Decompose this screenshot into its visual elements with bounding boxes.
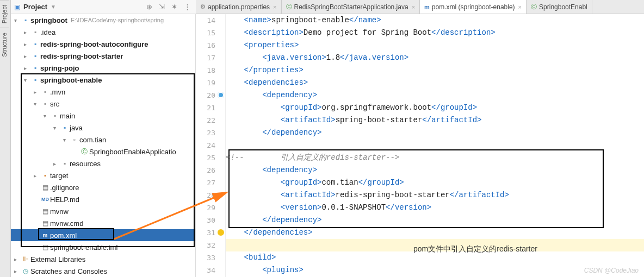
side-tab-project[interactable]: Project: [0, 0, 9, 28]
tree-label: src: [50, 100, 59, 108]
warning-icon[interactable]: [218, 229, 224, 236]
tree-label: SpringbootEnableApplicatio: [89, 148, 176, 156]
library-icon: ⊪: [21, 255, 30, 263]
chevron-right-icon[interactable]: ▸: [53, 161, 60, 167]
tree-item-mvn[interactable]: ▸ ▪ .mvn: [11, 86, 195, 98]
maven-icon: m: [424, 4, 430, 10]
close-icon[interactable]: ×: [518, 4, 522, 10]
tree-item-class[interactable]: Ⓒ SpringbootEnableApplicatio: [11, 146, 195, 158]
gutter-line[interactable]: 27: [196, 177, 225, 189]
gutter-line[interactable]: 17: [196, 52, 225, 64]
gutter-line[interactable]: 32: [196, 239, 225, 251]
gutter-line[interactable]: 16: [196, 39, 225, 52]
gutter-line[interactable]: 33: [196, 251, 225, 264]
folder-icon: ▪: [40, 88, 50, 96]
gutter-line[interactable]: 34: [196, 264, 225, 276]
gutter-line[interactable]: 21: [196, 102, 225, 114]
editor-pane: 14 15 16 17 18 19 20 21 22 23 24 25 26 2…: [196, 14, 644, 277]
gutter-line[interactable]: 29: [196, 202, 225, 214]
chevron-right-icon[interactable]: ▸: [24, 29, 30, 35]
properties-icon: ⚙: [200, 3, 206, 10]
gutter-line[interactable]: 26: [196, 164, 225, 177]
tree-label: redis-spring-boot-starter: [40, 52, 123, 60]
tree-item-java[interactable]: ▾ ▪ java: [11, 122, 195, 134]
tab-label: application.properties: [208, 3, 270, 11]
tree-item-idea[interactable]: ▸ ▪ .idea: [11, 26, 195, 38]
project-tree[interactable]: ▾ ▪ springboot E:\IDEACode\my-springboot…: [11, 14, 196, 277]
tree-label: mvnw: [50, 207, 69, 216]
tree-item-module[interactable]: ▸ ▪ redis-spring-boot-starter: [11, 50, 195, 62]
close-icon[interactable]: ×: [273, 4, 276, 10]
gutter-line[interactable]: 24: [196, 139, 225, 152]
collapse-icon[interactable]: ✶: [170, 3, 179, 11]
gutter-mark-icon[interactable]: [218, 92, 224, 98]
gutter-line[interactable]: 22: [196, 114, 225, 127]
tree-item-file[interactable]: MD HELP.md: [11, 193, 195, 205]
chevron-down-icon[interactable]: ▾: [24, 77, 30, 83]
side-tab-structure[interactable]: Structure: [0, 28, 9, 61]
chevron-right-icon[interactable]: ▸: [14, 256, 21, 262]
editor-tab[interactable]: Ⓒ SpringbootEnabl: [527, 0, 592, 14]
chevron-right-icon[interactable]: ▸: [14, 268, 21, 274]
tree-item-file[interactable]: ▤ .gitignore: [11, 181, 195, 193]
gutter-line[interactable]: 28: [196, 189, 225, 202]
tree-item-file[interactable]: ▤ springboot-enable.iml: [11, 241, 195, 253]
chevron-down-icon[interactable]: ▾: [14, 17, 21, 23]
tree-root[interactable]: ▾ ▪ springboot E:\IDEACode\my-springboot…: [11, 14, 195, 26]
tree-item-module[interactable]: ▾ ▪ springboot-enable: [11, 74, 195, 86]
maven-icon: m: [40, 232, 50, 238]
module-icon: ▪: [30, 40, 40, 48]
tree-item-main[interactable]: ▾ ▪ main: [11, 110, 195, 122]
watermark: CSDN @CodeJiao: [584, 267, 639, 274]
tree-item-target[interactable]: ▸ ▪ target: [11, 169, 195, 181]
tree-label: HELP.md: [50, 196, 79, 204]
editor-tab[interactable]: Ⓒ RedisSpringBootStarterApplication.java…: [282, 0, 420, 14]
gutter-line[interactable]: 18: [196, 64, 225, 77]
gutter-line[interactable]: 20: [196, 89, 225, 102]
tree-item-file[interactable]: ▤ mvnw.cmd: [11, 217, 195, 229]
gutter-line[interactable]: 14: [196, 14, 225, 27]
tree-item-src[interactable]: ▾ ▪ src: [11, 98, 195, 110]
gutter-line[interactable]: 15: [196, 27, 225, 39]
chevron-down-icon[interactable]: ▾: [53, 125, 60, 131]
locate-icon[interactable]: ⊕: [145, 3, 154, 11]
tree-item-pom[interactable]: m pom.xml: [11, 229, 195, 241]
side-tool-window-bar: Project Structure: [0, 0, 11, 277]
chevron-right-icon[interactable]: ▸: [34, 173, 40, 179]
chevron-right-icon[interactable]: ▸: [34, 89, 40, 95]
gutter-line[interactable]: 31: [196, 226, 225, 239]
gutter-line[interactable]: 30: [196, 214, 225, 226]
tree-item-package[interactable]: ▾ ▫ com.tian: [11, 134, 195, 146]
settings-icon[interactable]: ⋮: [182, 3, 193, 11]
tree-label: com.tian: [79, 136, 106, 144]
code-area[interactable]: <name>springboot-enable</name> <descript…: [226, 14, 644, 277]
chevron-down-icon[interactable]: ▼: [51, 4, 56, 10]
expand-icon[interactable]: ⇲: [157, 3, 166, 11]
gutter-line[interactable]: 19: [196, 77, 225, 89]
editor-tab[interactable]: ⚙ application.properties ×: [196, 0, 282, 14]
tree-item-file[interactable]: ▤ mvnw: [11, 205, 195, 217]
tree-item-module[interactable]: ▸ ▪ redis-spring-boot-autoconfigure: [11, 38, 195, 50]
chevron-right-icon[interactable]: ▸: [24, 65, 30, 71]
class-icon: Ⓒ: [79, 147, 89, 156]
close-icon[interactable]: ×: [412, 4, 415, 10]
source-folder-icon: ▪: [60, 124, 70, 131]
gutter-line[interactable]: 25: [196, 152, 225, 164]
project-icon: ▣: [14, 3, 20, 11]
tree-item-external-libs[interactable]: ▸ ⊪ External Libraries: [11, 253, 195, 265]
tree-item-module[interactable]: ▸ ▪ spring-pojo: [11, 62, 195, 74]
gutter[interactable]: 14 15 16 17 18 19 20 21 22 23 24 25 26 2…: [196, 14, 226, 277]
module-icon: ▪: [30, 64, 40, 72]
tree-path: E:\IDEACode\my-springboot\spring: [71, 17, 164, 23]
class-icon: Ⓒ: [531, 3, 537, 11]
chevron-down-icon[interactable]: ▾: [44, 113, 50, 119]
chevron-right-icon[interactable]: ▸: [24, 53, 30, 59]
chevron-down-icon[interactable]: ▾: [63, 137, 70, 143]
chevron-down-icon[interactable]: ▾: [34, 101, 40, 107]
tree-item-resources[interactable]: ▸ ▪ resources: [11, 158, 195, 169]
tree-item-scratches[interactable]: ▸ ◷ Scratches and Consoles: [11, 265, 195, 277]
editor-tab-active[interactable]: m pom.xml (springboot-enable) ×: [420, 0, 527, 14]
gutter-line[interactable]: 23: [196, 127, 225, 139]
scratch-icon: ◷: [21, 267, 30, 275]
chevron-right-icon[interactable]: ▸: [24, 41, 30, 47]
